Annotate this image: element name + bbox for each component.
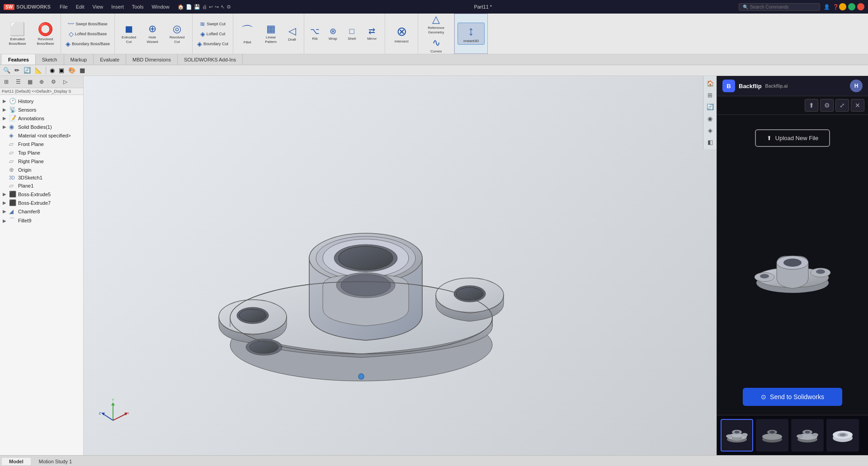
revolved-boss-button[interactable]: ⭕ RevolvedBoss/Base	[33, 21, 58, 47]
search-input[interactable]	[750, 5, 809, 9]
toolbar-icon-undo[interactable]: ↩	[209, 4, 213, 10]
linear-pattern-button[interactable]: ▦ LinearPattern	[259, 22, 282, 45]
tree-item-front-plane[interactable]: ▶ ▱ Front Plane	[1, 140, 82, 148]
menu-tools[interactable]: Tools	[128, 3, 147, 10]
expand-chamfer8[interactable]: ▶	[3, 209, 7, 214]
expand-boss-extrude7[interactable]: ▶	[3, 200, 7, 205]
boundary-cut-button[interactable]: ◈ Boundary Cut	[195, 39, 230, 48]
toolbar-icon-redo[interactable]: ↪	[215, 4, 219, 10]
thumbnail-4[interactable]	[826, 419, 859, 452]
tree-item-right-plane[interactable]: ▶ ▱ Right Plane	[1, 157, 82, 165]
toolbar-icon-new[interactable]: 📄	[186, 4, 192, 10]
swept-cut-button[interactable]: ≋ Swept Cut	[198, 19, 227, 28]
tree-item-boss-extrude5[interactable]: ▶ ⬛ Boss-Extrude5	[1, 190, 82, 198]
expand-solid-bodies[interactable]: ▶	[3, 124, 7, 129]
toolbar-icon-save[interactable]: 💾	[194, 4, 200, 10]
menu-file[interactable]: File	[56, 3, 71, 10]
wrap-button[interactable]: ⊛ Wrap	[324, 25, 342, 42]
revolved-cut-button[interactable]: ◎ RevolvedCut	[165, 22, 189, 45]
tree-item-boss-extrude7[interactable]: ▶ ⬛ Boss-Extrude7	[1, 198, 82, 207]
tree-item-fillet9[interactable]: ▶ ⌒ Fillet9	[1, 216, 82, 226]
thumbnail-1[interactable]	[721, 419, 753, 452]
mirror-button[interactable]: ⇄ Mirror	[362, 25, 382, 42]
toolbar-icon-home[interactable]: 🏠	[178, 4, 184, 10]
viewport[interactable]: Y X Z 🏠 ⊞ 🔄 ◉ ◈ ◧	[84, 76, 717, 455]
toolbar-icon-select[interactable]: ↖	[221, 4, 225, 10]
search-box[interactable]: 🔍	[739, 3, 820, 11]
lofted-boss-button[interactable]: ◇ Lofted Boss/Base	[67, 29, 109, 38]
tree-item-annotations[interactable]: ▶ 📝 Annotations	[1, 114, 82, 122]
minimize-button[interactable]	[839, 3, 846, 10]
view-icon-1[interactable]: 🔍	[2, 66, 12, 74]
panel-avatar[interactable]: H	[850, 80, 863, 92]
swept-boss-button[interactable]: 〰 Swept Boss/Base	[66, 19, 109, 28]
shell-button[interactable]: □ Shell	[343, 26, 361, 42]
help-icon[interactable]: ❓	[833, 4, 839, 10]
panel-icon-grid[interactable]: ▦	[24, 77, 35, 87]
user-icon[interactable]: 👤	[824, 4, 830, 10]
bottom-tab-model[interactable]: Model	[2, 458, 31, 465]
tab-markup[interactable]: Markup	[64, 54, 94, 65]
draft-button[interactable]: ◁ Draft	[283, 24, 301, 43]
panel-icon-add[interactable]: ⊕	[36, 77, 47, 87]
close-button[interactable]	[857, 3, 864, 10]
curves-button[interactable]: ∿ Curves	[426, 36, 446, 55]
bottom-tab-motion[interactable]: Motion Study 1	[32, 458, 79, 465]
view-icon-3[interactable]: 🔄	[22, 66, 32, 74]
menu-view[interactable]: View	[89, 3, 107, 10]
tree-item-chamfer8[interactable]: ▶ ◢ Chamfer8	[1, 207, 82, 216]
expand-boss-extrude5[interactable]: ▶	[3, 192, 7, 197]
view-icon-7[interactable]: 🎨	[67, 66, 77, 74]
nav-zoom-fit[interactable]: ⊞	[705, 89, 716, 100]
expand-fillet9[interactable]: ▶	[3, 218, 7, 223]
panel-icon-featuretree[interactable]: ⊞	[1, 77, 12, 87]
hole-wizard-button[interactable]: ⊕ HoleWizard	[141, 22, 164, 45]
expand-history[interactable]: ▶	[3, 99, 7, 104]
boundary-boss-button[interactable]: ◈ Boundary Boss/Base	[64, 39, 112, 48]
intersect-button[interactable]: ⊗ Intersect	[388, 23, 415, 45]
view-icon-8[interactable]: ▦	[78, 66, 86, 74]
tree-item-sensors[interactable]: ▶ 📡 Sensors	[1, 105, 82, 114]
menu-insert[interactable]: Insert	[108, 3, 127, 10]
tree-item-origin[interactable]: ▶ ⊕ Origin	[1, 165, 82, 174]
nav-rotate[interactable]: 🔄	[705, 101, 716, 112]
view-icon-6[interactable]: ▣	[57, 66, 66, 74]
tree-item-solid-bodies[interactable]: ▶ ◉ Solid Bodies(1)	[1, 122, 82, 131]
upload-button[interactable]: ⬆ Upload New File	[755, 129, 830, 147]
rib-button[interactable]: ⌥ Rib	[307, 25, 323, 42]
tree-item-3dsketch1[interactable]: ▶ 3D 3DSketch1	[1, 174, 82, 181]
tab-features[interactable]: Features	[2, 54, 36, 65]
nav-section[interactable]: ◧	[705, 137, 716, 147]
extruded-boss-button[interactable]: ⬜ ExtrudedBoss/Base	[3, 21, 32, 47]
menu-window[interactable]: Window	[148, 3, 173, 10]
toolbar-icon-print[interactable]: 🖨	[202, 4, 207, 9]
panel-icon-settings[interactable]: ⚙	[48, 77, 59, 87]
panel-icon-list[interactable]: ☰	[13, 77, 24, 87]
tab-sketch[interactable]: Sketch	[36, 54, 64, 65]
tab-evaluate[interactable]: Evaluate	[94, 54, 126, 65]
maximize-button[interactable]	[848, 3, 855, 10]
right-icon-close[interactable]: ✕	[851, 99, 864, 112]
thumbnail-2[interactable]	[756, 419, 788, 452]
tree-item-top-plane[interactable]: ▶ ▱ Top Plane	[1, 148, 82, 157]
menu-edit[interactable]: Edit	[72, 3, 88, 10]
tab-mbd[interactable]: MBD Dimensions	[126, 54, 178, 65]
nav-display[interactable]: ◈	[705, 125, 716, 136]
nav-home[interactable]: 🏠	[705, 78, 716, 89]
right-icon-upload[interactable]: ⬆	[805, 99, 818, 112]
panel-icon-more[interactable]: ▷	[60, 77, 71, 87]
nav-view-cube[interactable]: ◉	[705, 113, 716, 124]
expand-annotations[interactable]: ▶	[3, 116, 7, 121]
send-to-solidworks-button[interactable]: ⊙ Send to Solidworks	[743, 388, 842, 406]
tree-item-plane1[interactable]: ▶ ▱ Plane1	[1, 181, 82, 190]
thumbnail-3[interactable]	[791, 419, 824, 452]
extruded-cut-button[interactable]: ◼ ExtrudedCut	[118, 22, 140, 45]
toolbar-icon-options[interactable]: ⚙	[226, 4, 231, 10]
view-icon-2[interactable]: ✏	[13, 66, 21, 74]
view-icon-4[interactable]: 📐	[33, 66, 43, 74]
view-icon-5[interactable]: ◉	[48, 66, 56, 74]
fillet-button[interactable]: ⌒ Fillet	[236, 22, 259, 46]
tab-addins[interactable]: SOLIDWORKS Add-Ins	[178, 54, 243, 65]
instant3d-button[interactable]: ↕ Instant3D	[458, 23, 485, 45]
tree-item-history[interactable]: ▶ 🕐 History	[1, 97, 82, 105]
